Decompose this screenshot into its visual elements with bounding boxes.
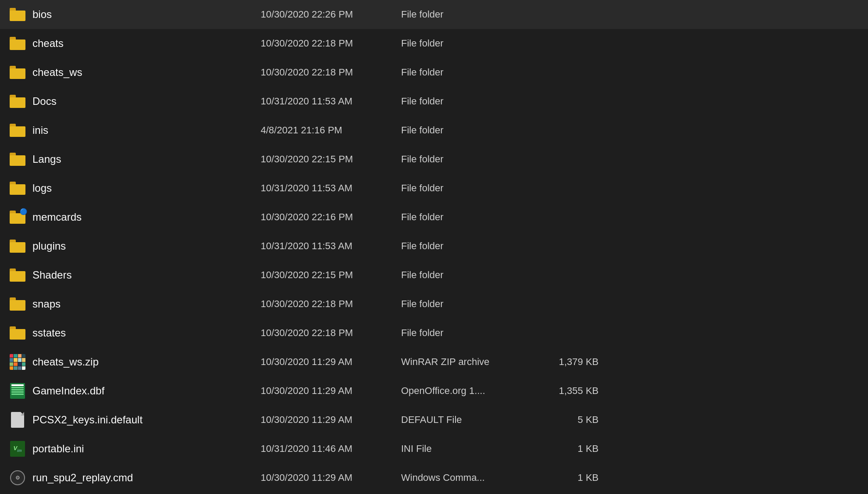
file-date: 10/30/2020 22:18 PM [252,298,392,310]
file-date: 10/30/2020 11:29 AM [252,385,392,397]
file-list: bios10/30/2020 22:26 PMFile foldercheats… [0,0,868,492]
file-date: 10/30/2020 22:15 PM [252,269,392,281]
file-name: plugins [32,240,252,252]
file-name: bios [32,8,252,21]
file-date: 10/30/2020 22:18 PM [252,327,392,339]
folder-icon [9,268,26,282]
file-row[interactable]: Vimportable.ini10/31/2020 11:46 AMINI Fi… [0,434,868,463]
file-type: File folder [392,240,542,252]
file-type: Windows Comma... [392,472,542,483]
file-name: Shaders [32,269,252,281]
file-size: 1,355 KB [542,385,607,397]
folder-icon [9,124,26,137]
folder-icon [9,182,26,195]
cmd-icon: ⚙ [9,470,26,485]
folder-icon [9,326,26,340]
file-row[interactable]: 🔵memcards10/30/2020 22:16 PMFile folder [0,203,868,232]
file-row[interactable]: cheats_ws.zip10/30/2020 11:29 AMWinRAR Z… [0,347,868,376]
file-name: cheats_ws.zip [32,356,252,368]
file-name: Docs [32,95,252,107]
file-size: 5 KB [542,414,607,426]
file-name: Langs [32,153,252,165]
file-type: File folder [392,125,542,136]
file-type: INI File [392,443,542,455]
folder-icon [9,95,26,108]
folder-icon [9,66,26,79]
file-name: PCSX2_keys.ini.default [32,414,252,426]
file-type: OpenOffice.org 1.... [392,385,542,397]
file-type: File folder [392,269,542,281]
zip-icon [9,354,26,370]
file-row[interactable]: Shaders10/30/2020 22:15 PMFile folder [0,261,868,290]
file-row[interactable]: cheats10/30/2020 22:18 PMFile folder [0,29,868,58]
file-type: File folder [392,298,542,310]
file-date: 10/31/2020 11:53 AM [252,183,392,194]
file-row[interactable]: GameIndex.dbf10/30/2020 11:29 AMOpenOffi… [0,376,868,405]
dbf-icon [9,383,26,399]
file-date: 10/31/2020 11:53 AM [252,96,392,107]
ini-icon: Vim [9,441,26,457]
file-size: 1 KB [542,443,607,455]
folder-icon [9,153,26,166]
file-row[interactable]: logs10/31/2020 11:53 AMFile folder [0,174,868,203]
file-date: 10/30/2020 22:26 PM [252,9,392,20]
folder-icon [9,37,26,50]
file-date: 4/8/2021 21:16 PM [252,125,392,136]
file-type: File folder [392,211,542,223]
file-size: 1,379 KB [542,356,607,368]
file-date: 10/31/2020 11:53 AM [252,240,392,252]
file-date: 10/30/2020 22:16 PM [252,211,392,223]
file-type: File folder [392,327,542,339]
default-file-icon [9,412,26,428]
folder-special-icon: 🔵 [9,211,26,224]
file-name: inis [32,124,252,136]
folder-icon [9,297,26,311]
file-row[interactable]: inis4/8/2021 21:16 PMFile folder [0,116,868,145]
file-row[interactable]: bios10/30/2020 22:26 PMFile folder [0,0,868,29]
folder-icon [9,8,26,21]
file-row[interactable]: Docs10/31/2020 11:53 AMFile folder [0,87,868,116]
file-type: File folder [392,96,542,107]
file-name: cheats_ws [32,66,252,79]
file-date: 10/30/2020 11:29 AM [252,472,392,483]
file-date: 10/30/2020 11:29 AM [252,356,392,368]
file-size: 1 KB [542,472,607,483]
file-type: File folder [392,9,542,20]
file-date: 10/30/2020 11:29 AM [252,414,392,426]
file-name: snaps [32,298,252,310]
file-name: logs [32,182,252,194]
file-name: run_spu2_replay.cmd [32,472,252,484]
file-row[interactable]: snaps10/30/2020 22:18 PMFile folder [0,290,868,319]
file-name: GameIndex.dbf [32,385,252,397]
file-date: 10/30/2020 22:18 PM [252,38,392,49]
file-type: File folder [392,67,542,78]
file-type: DEFAULT File [392,414,542,426]
file-row[interactable]: Langs10/30/2020 22:15 PMFile folder [0,145,868,174]
file-name: cheats [32,37,252,50]
file-type: File folder [392,38,542,49]
file-type: WinRAR ZIP archive [392,356,542,368]
file-name: portable.ini [32,443,252,455]
file-row[interactable]: plugins10/31/2020 11:53 AMFile folder [0,232,868,261]
file-type: File folder [392,154,542,165]
file-name: sstates [32,327,252,339]
file-date: 10/30/2020 22:18 PM [252,67,392,78]
file-row[interactable]: PCSX2_keys.ini.default10/30/2020 11:29 A… [0,405,868,434]
file-type: File folder [392,183,542,194]
file-date: 10/30/2020 22:15 PM [252,154,392,165]
file-date: 10/31/2020 11:46 AM [252,443,392,455]
file-row[interactable]: cheats_ws10/30/2020 22:18 PMFile folder [0,58,868,87]
folder-icon [9,240,26,253]
file-name: memcards [32,211,252,223]
file-row[interactable]: ⚙run_spu2_replay.cmd10/30/2020 11:29 AMW… [0,463,868,492]
file-row[interactable]: sstates10/30/2020 22:18 PMFile folder [0,319,868,347]
